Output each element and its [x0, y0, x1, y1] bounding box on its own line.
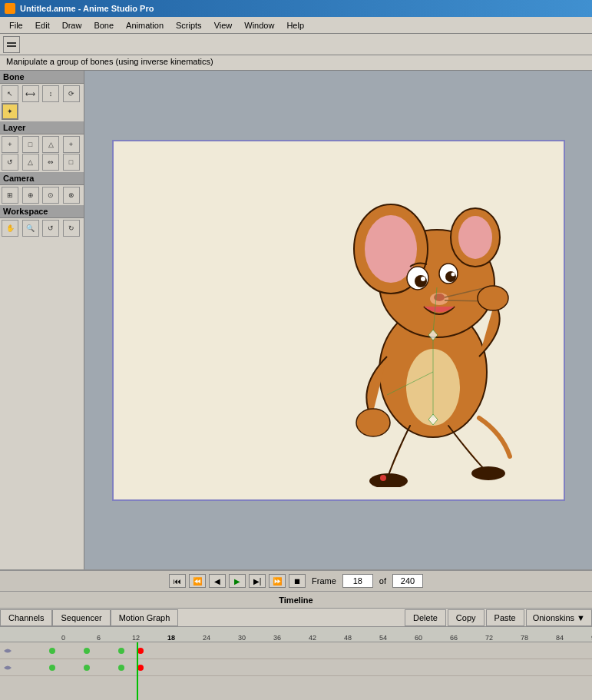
tool-ik-bone[interactable]: ✦: [2, 103, 18, 120]
menu-view[interactable]: View: [208, 19, 239, 32]
tool-layer-3[interactable]: △: [42, 136, 59, 153]
toolbar-btn-1[interactable]: [3, 36, 20, 53]
copy-button[interactable]: Copy: [448, 609, 485, 626]
timeline-ruler: 0 6 12 18 24 30 36 42 48 54 60 66 72 78 …: [0, 627, 592, 642]
track-row-1: [0, 642, 592, 659]
tool-hand[interactable]: ✋: [2, 220, 18, 237]
svg-rect-1: [7, 45, 16, 47]
tool-undo[interactable]: ↺: [42, 220, 59, 237]
tool-layer-8[interactable]: □: [63, 154, 80, 171]
menu-bar: File Edit Draw Bone Animation Scripts Vi…: [0, 17, 592, 34]
tool-translate-joint[interactable]: ⟷: [22, 85, 39, 102]
tool-layer-1[interactable]: +: [2, 136, 18, 153]
svg-point-16: [434, 294, 445, 301]
transport-prev-frame[interactable]: ◀: [209, 574, 226, 588]
menu-edit[interactable]: Edit: [29, 19, 56, 32]
svg-point-22: [471, 466, 505, 480]
tool-redo[interactable]: ↻: [63, 220, 80, 237]
ruler-36: 36: [273, 634, 309, 642]
ruler-66: 66: [450, 634, 485, 642]
ruler-24: 24: [203, 634, 238, 642]
timeline-header: Timeline: [0, 592, 592, 609]
track-row-2: [0, 659, 592, 676]
toolbar: [0, 34, 592, 55]
tab-motion-graph[interactable]: Motion Graph: [111, 609, 179, 626]
tool-camera-1[interactable]: ⊞: [2, 187, 18, 204]
menu-animation[interactable]: Animation: [120, 19, 170, 32]
tool-layer-4[interactable]: +: [63, 136, 80, 153]
ruler-6: 6: [97, 634, 132, 642]
track-icon-1: [0, 645, 15, 656]
tool-camera-4[interactable]: ⊗: [63, 187, 80, 204]
svg-point-12: [445, 271, 456, 282]
ruler-48: 48: [344, 634, 379, 642]
of-label: of: [379, 576, 386, 586]
ruler-54: 54: [379, 634, 415, 642]
tool-camera-2[interactable]: ⊕: [22, 187, 39, 204]
tool-layer-7[interactable]: ⇔: [42, 154, 59, 171]
onionskins-button[interactable]: Onionskins ▼: [526, 609, 592, 626]
svg-point-20: [478, 286, 508, 310]
menu-window[interactable]: Window: [238, 19, 280, 32]
section-bone: Bone: [0, 71, 84, 84]
timeline-tracks: [0, 642, 592, 700]
menu-draw[interactable]: Draw: [56, 19, 88, 32]
tools-panel: Bone ↖ ⟷ ↕ ⟳ ✦ Layer + □ △ + ↺ △ ⇔ □ Cam…: [0, 71, 84, 569]
menu-bone[interactable]: Bone: [88, 19, 120, 32]
playhead: [137, 642, 138, 700]
onionskins-arrow: ▼: [577, 613, 585, 622]
svg-point-11: [415, 275, 427, 287]
current-frame-input[interactable]: 18: [342, 574, 373, 588]
track-dot-1b: [84, 648, 90, 654]
transport-forward[interactable]: ⏩: [269, 574, 286, 588]
menu-file[interactable]: File: [3, 19, 29, 32]
canvas-area: [84, 71, 592, 569]
title-bar: Untitled.anme - Anime Studio Pro: [0, 0, 592, 17]
section-camera: Camera: [0, 172, 84, 185]
tool-scale-bone[interactable]: ↕: [42, 85, 59, 102]
track-dot-2d: [137, 665, 144, 671]
svg-point-8: [458, 216, 492, 259]
track-dot-2b: [84, 665, 90, 671]
transport-rewind[interactable]: ⏪: [189, 574, 206, 588]
transport-controls: ⏮ ⏪ ◀ ▶ ▶| ⏩ ⏹ Frame 18 of 240: [0, 571, 592, 592]
tool-layer-2[interactable]: □: [22, 136, 39, 153]
track-dot-2c: [118, 665, 124, 671]
delete-button[interactable]: Delete: [405, 609, 446, 626]
tool-select-bone[interactable]: ↖: [2, 85, 18, 102]
ruler-72: 72: [485, 634, 521, 642]
ruler-78: 78: [521, 634, 556, 642]
transport-play[interactable]: ▶: [229, 574, 246, 588]
transport-next-frame[interactable]: ▶|: [249, 574, 266, 588]
total-frames-input[interactable]: 240: [392, 574, 423, 588]
tab-sequencer[interactable]: Sequencer: [52, 609, 110, 626]
svg-point-13: [421, 277, 425, 281]
track-dot-1c: [118, 648, 124, 654]
paste-button[interactable]: Paste: [486, 609, 524, 626]
svg-point-14: [451, 272, 455, 276]
svg-point-19: [356, 409, 390, 436]
transport-rewind-start[interactable]: ⏮: [169, 574, 186, 588]
main-layout: Bone ↖ ⟷ ↕ ⟳ ✦ Layer + □ △ + ↺ △ ⇔ □ Cam…: [0, 71, 592, 569]
menu-help[interactable]: Help: [280, 19, 310, 32]
tool-rotate-bone[interactable]: ⟳: [63, 85, 80, 102]
ruler-30: 30: [238, 634, 273, 642]
timeline-section: ⏮ ⏪ ◀ ▶ ▶| ⏩ ⏹ Frame 18 of 240 Timeline …: [0, 569, 592, 700]
tool-zoom[interactable]: 🔍: [22, 220, 39, 237]
timeline-tabs: Channels Sequencer Motion Graph Delete C…: [0, 609, 592, 627]
svg-point-28: [380, 475, 386, 481]
layer-tools: + □ △ + ↺ △ ⇔ □: [0, 134, 84, 172]
tool-layer-6[interactable]: △: [22, 154, 39, 171]
tool-camera-3[interactable]: ⊙: [42, 187, 59, 204]
svg-point-21: [369, 473, 408, 487]
ruler-0: 0: [61, 634, 97, 642]
tab-channels[interactable]: Channels: [0, 609, 52, 626]
transport-stop[interactable]: ⏹: [289, 574, 306, 588]
menu-scripts[interactable]: Scripts: [170, 19, 208, 32]
track-dot-1d: [137, 648, 144, 654]
app-icon: [5, 3, 15, 14]
canvas[interactable]: [112, 140, 565, 501]
tool-layer-5[interactable]: ↺: [2, 154, 18, 171]
onionskins-label: Onionskins: [533, 613, 574, 622]
ruler-42: 42: [309, 634, 344, 642]
